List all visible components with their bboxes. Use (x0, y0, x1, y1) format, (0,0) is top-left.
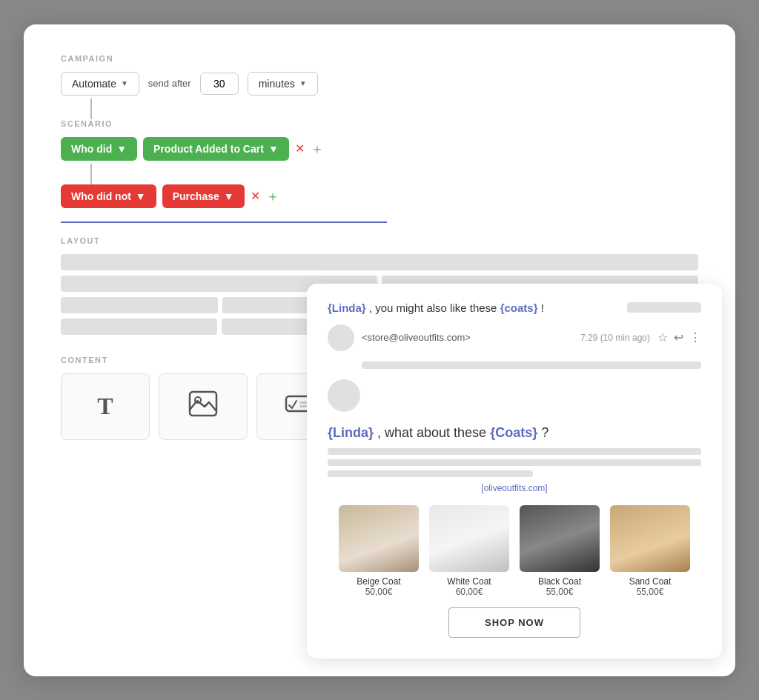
product-price-beige: 50,00€ (365, 587, 393, 597)
email-body-area (328, 361, 701, 369)
minutes-dropdown[interactable]: minutes ▼ (248, 72, 318, 96)
email-time: 7:29 (10 min ago) (580, 333, 650, 343)
shop-now-button[interactable]: SHOP NOW (448, 607, 580, 638)
product-sand: Sand Coat 55,00€ (610, 505, 690, 597)
image-icon (188, 390, 218, 422)
email-preview-card: {Linda} , you might also like these {coa… (307, 284, 722, 659)
who-did-button[interactable]: Who did ▼ (61, 137, 137, 161)
section-divider (61, 221, 387, 223)
body-avatar (328, 379, 360, 412)
minutes-input[interactable] (200, 73, 239, 95)
campaign-row: Automate ▼ send after minutes ▼ (61, 72, 698, 96)
layout-row-1[interactable] (61, 254, 698, 270)
more-icon[interactable]: ⋮ (689, 330, 701, 344)
product-image-sand (610, 505, 690, 572)
layout-block-quarter-1[interactable] (61, 319, 217, 335)
connector-line-2 (90, 164, 92, 184)
email-link[interactable]: [oliveoutfits.com] (328, 483, 701, 493)
sender-avatar (328, 324, 354, 351)
product-name-sand: Sand Coat (629, 576, 672, 587)
scenario-row-2: Who did not ▼ Purchase ▼ ✕ ＋ (61, 184, 698, 208)
layout-block-full[interactable] (61, 254, 698, 270)
campaign-label: CAMPAIGN (61, 54, 698, 63)
text-icon: T (97, 393, 113, 420)
star-icon[interactable]: ☆ (657, 330, 668, 344)
product-name-beige: Beige Coat (357, 576, 400, 587)
product-image-white (429, 505, 509, 572)
connector-line-1 (90, 99, 92, 119)
product-price-sand: 55,00€ (637, 587, 664, 597)
sender-info: <store@oliveoutfits.com> (362, 332, 573, 343)
body-line-1 (362, 361, 701, 369)
desc-line-1 (328, 448, 701, 455)
add-row1-button[interactable]: ＋ (311, 140, 324, 158)
main-card: CAMPAIGN Automate ▼ send after minutes ▼… (24, 24, 735, 676)
desc-line-2 (328, 459, 701, 466)
campaign-section: CAMPAIGN Automate ▼ send after minutes ▼ (61, 54, 698, 96)
email-action-icons: ☆ ↩ ⋮ (657, 330, 701, 344)
image-content-item[interactable] (159, 373, 248, 440)
remove-row2-button[interactable]: ✕ (251, 189, 260, 203)
product-name-black: Black Coat (538, 576, 581, 587)
automate-dropdown[interactable]: Automate ▼ (61, 72, 139, 96)
email-subject: {Linda} , you might also like these {coa… (328, 301, 544, 314)
product-image-beige (339, 505, 419, 572)
layout-label: LAYOUT (61, 236, 698, 245)
purchase-button[interactable]: Purchase ▼ (162, 184, 245, 208)
add-row2-button[interactable]: ＋ (266, 187, 279, 205)
product-image-black (520, 505, 600, 572)
chevron-down-icon: ▼ (116, 143, 127, 155)
scenario-row-1: Who did ▼ Product Added to Cart ▼ ✕ ＋ (61, 137, 698, 161)
chevron-down-icon: ▼ (299, 79, 307, 87)
desc-line-3 (328, 470, 533, 477)
chevron-down-icon: ▼ (268, 143, 279, 155)
products-row: Beige Coat 50,00€ White Coat 60,00€ Blac… (328, 505, 701, 597)
chevron-down-icon: ▼ (121, 79, 128, 87)
layout-block-third-1[interactable] (61, 297, 218, 313)
product-black: Black Coat 55,00€ (520, 505, 600, 597)
email-meta-row: <store@oliveoutfits.com> 7:29 (10 min ag… (328, 324, 701, 351)
chevron-down-icon: ▼ (224, 190, 234, 202)
text-content-item[interactable]: T (61, 373, 150, 440)
reply-icon[interactable]: ↩ (674, 330, 683, 344)
product-beige: Beige Coat 50,00€ (339, 505, 419, 597)
send-after-label: send after (148, 78, 191, 89)
product-white: White Coat 60,00€ (429, 505, 509, 597)
email-greeting: {Linda} , what about these {Coats} ? (328, 425, 701, 441)
product-name-white: White Coat (447, 576, 491, 587)
who-did-not-button[interactable]: Who did not ▼ (61, 184, 156, 208)
product-added-to-cart-button[interactable]: Product Added to Cart ▼ (143, 137, 289, 161)
sender-email: <store@oliveoutfits.com> (362, 332, 573, 343)
chevron-down-icon: ▼ (136, 190, 146, 202)
scenario-label: SCENARIO (61, 119, 698, 128)
product-price-white: 60,00€ (456, 587, 483, 597)
email-subject-row: {Linda} , you might also like these {coa… (328, 301, 701, 314)
product-price-black: 55,00€ (546, 587, 574, 597)
scenario-section: SCENARIO Who did ▼ Product Added to Cart… (61, 119, 698, 161)
remove-row1-button[interactable]: ✕ (295, 141, 305, 156)
subject-placeholder (627, 302, 701, 313)
